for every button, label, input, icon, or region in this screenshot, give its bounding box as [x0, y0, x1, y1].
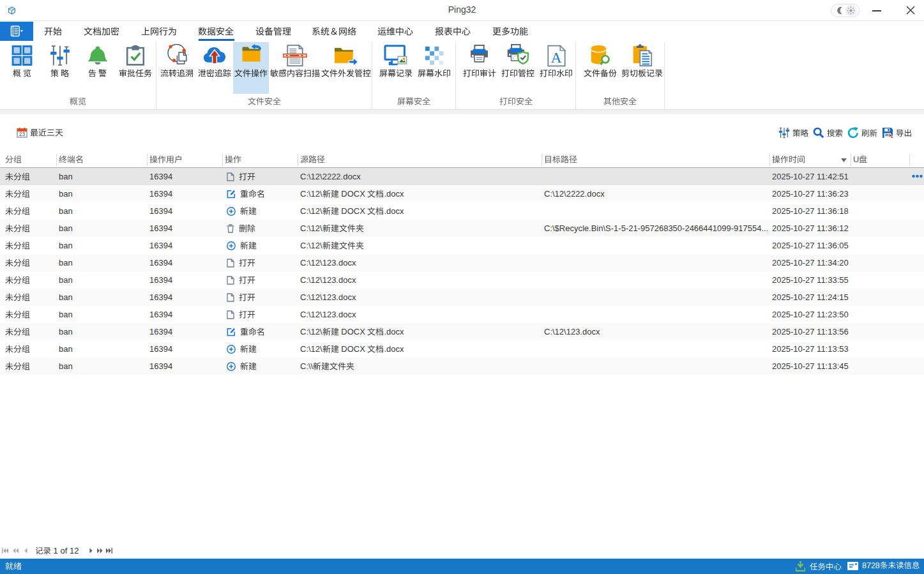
svg-text:A: A — [550, 49, 561, 65]
svg-text:23: 23 — [19, 131, 26, 137]
